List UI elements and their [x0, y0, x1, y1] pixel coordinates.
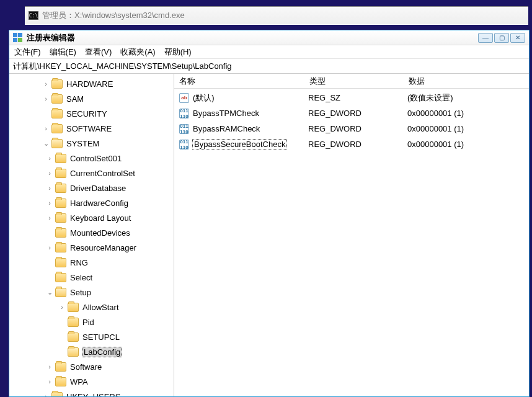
folder-icon — [55, 213, 66, 223]
tree-node-sam[interactable]: ›SAM — [9, 91, 174, 106]
menu-view[interactable]: 查看(V) — [85, 47, 112, 58]
value-row-bypasssecureboot[interactable]: 011110 BypassSecureBootCheck REG_DWORD 0… — [174, 136, 529, 152]
chevron-right-icon[interactable]: › — [45, 243, 54, 252]
folder-icon — [68, 303, 79, 312]
tree-node-security[interactable]: ›SECURITY — [9, 106, 174, 121]
tree-node-currentcontrolset[interactable]: ›CurrentControlSet — [9, 166, 174, 181]
tree-node-keyboardlayout[interactable]: ›Keyboard Layout — [9, 210, 174, 225]
tree-node-allowstart[interactable]: ›AllowStart — [9, 300, 174, 314]
folder-icon — [51, 94, 63, 104]
folder-icon — [55, 377, 66, 386]
reg-dword-icon: 011110 — [179, 109, 189, 118]
svg-rect-0 — [13, 33, 17, 37]
folder-icon — [68, 332, 79, 342]
cmd-icon: C:\ — [29, 11, 38, 20]
address-text: 计算机\HKEY_LOCAL_MACHINE\SYSTEM\Setup\LabC… — [13, 61, 232, 72]
folder-icon — [51, 79, 63, 89]
chevron-right-icon[interactable]: › — [45, 377, 54, 386]
menu-help[interactable]: 帮助(H) — [164, 47, 192, 58]
menu-bar: 文件(F) 编辑(E) 查看(V) 收藏夹(A) 帮助(H) — [9, 45, 529, 59]
folder-icon — [55, 184, 66, 193]
tree-node-select[interactable]: ›Select — [9, 270, 174, 285]
close-button[interactable]: ✕ — [510, 33, 525, 43]
menu-favorites[interactable]: 收藏夹(A) — [120, 47, 155, 58]
tree-node-setupcl[interactable]: ›SETUPCL — [9, 329, 174, 344]
value-row-bypasstpm[interactable]: 011110 BypassTPMCheck REG_DWORD 0x000000… — [174, 105, 529, 121]
column-data[interactable]: 数据 — [404, 74, 529, 88]
chevron-right-icon[interactable]: › — [42, 124, 50, 133]
folder-icon — [68, 318, 79, 327]
address-bar[interactable]: 计算机\HKEY_LOCAL_MACHINE\SYSTEM\Setup\LabC… — [9, 59, 529, 74]
tree-node-hkey-users[interactable]: ›HKEY_USERS — [9, 389, 174, 396]
folder-icon — [51, 392, 63, 397]
tree-node-pid[interactable]: ›Pid — [9, 314, 174, 329]
svg-rect-3 — [18, 38, 22, 42]
tree-node-driverdatabase[interactable]: ›DriverDatabase — [9, 181, 174, 195]
folder-icon — [55, 198, 66, 208]
chevron-right-icon[interactable]: › — [42, 392, 50, 396]
tree-node-software-sub[interactable]: ›Software — [9, 359, 174, 374]
tree-node-labconfig[interactable]: ›LabConfig — [9, 344, 174, 359]
chevron-right-icon[interactable]: › — [45, 362, 54, 371]
menu-edit[interactable]: 编辑(E) — [50, 47, 76, 58]
chevron-right-icon[interactable]: › — [58, 303, 66, 311]
menu-file[interactable]: 文件(F) — [14, 47, 41, 58]
reg-dword-icon: 011110 — [179, 124, 189, 134]
regedit-title: 注册表编辑器 — [27, 32, 474, 43]
column-type[interactable]: 类型 — [304, 74, 404, 88]
regedit-window: 注册表编辑器 — ▢ ✕ 文件(F) 编辑(E) 查看(V) 收藏夹(A) 帮助… — [9, 30, 530, 397]
folder-icon — [55, 169, 66, 178]
chevron-right-icon[interactable]: › — [42, 79, 50, 88]
chevron-right-icon[interactable]: › — [45, 169, 54, 177]
tree-node-software[interactable]: ›SOFTWARE — [9, 121, 174, 136]
chevron-right-icon[interactable]: › — [42, 94, 50, 103]
tree-node-controlset001[interactable]: ›ControlSet001 — [9, 151, 174, 166]
tree-node-rng[interactable]: ›RNG — [9, 255, 174, 270]
minimize-button[interactable]: — — [478, 33, 493, 43]
reg-dword-icon: 011110 — [179, 140, 189, 149]
folder-open-icon — [68, 347, 79, 357]
svg-rect-1 — [18, 33, 22, 37]
chevron-right-icon[interactable]: › — [45, 198, 54, 207]
folder-open-icon — [55, 288, 66, 297]
window-buttons: — ▢ ✕ — [478, 33, 525, 43]
folder-open-icon — [51, 139, 63, 148]
folder-icon — [55, 273, 66, 282]
cmd-title-text: 管理员：X:\windows\system32\cmd.exe — [42, 10, 185, 21]
chevron-right-icon[interactable]: › — [45, 154, 54, 163]
value-row-default[interactable]: ab (默认) REG_SZ (数值未设置) — [174, 90, 529, 105]
tree-node-system[interactable]: ⌄SYSTEM — [9, 136, 174, 151]
folder-icon — [51, 109, 63, 118]
regedit-titlebar[interactable]: 注册表编辑器 — ▢ ✕ — [9, 30, 529, 45]
maximize-button[interactable]: ▢ — [494, 33, 509, 43]
chevron-right-icon[interactable]: › — [45, 213, 54, 222]
cmd-titlebar: C:\ 管理员：X:\windows\system32\cmd.exe — [25, 7, 528, 24]
tree-node-setup[interactable]: ⌄Setup — [9, 285, 174, 300]
cmd-window: C:\ 管理员：X:\windows\system32\cmd.exe — [25, 6, 528, 25]
tree-node-hardware[interactable]: ›HARDWARE — [9, 76, 174, 91]
chevron-right-icon[interactable]: › — [45, 184, 54, 192]
svg-rect-2 — [13, 38, 17, 42]
regedit-icon — [13, 33, 23, 43]
folder-icon — [55, 258, 66, 267]
folder-icon — [55, 243, 66, 252]
column-name[interactable]: 名称 — [174, 74, 304, 88]
tree-pane[interactable]: ›HARDWARE ›SAM ›SECURITY ›SOFTWARE ⌄SYST… — [9, 74, 174, 396]
chevron-down-icon[interactable]: ⌄ — [45, 288, 54, 297]
folder-icon — [51, 124, 63, 133]
tree-node-mounteddevices[interactable]: ›MountedDevices — [9, 225, 174, 240]
registry-tree: ›HARDWARE ›SAM ›SECURITY ›SOFTWARE ⌄SYST… — [9, 76, 174, 396]
value-row-bypassram[interactable]: 011110 BypassRAMCheck REG_DWORD 0x000000… — [174, 121, 529, 136]
tree-node-wpa[interactable]: ›WPA — [9, 374, 174, 389]
value-list: ab (默认) REG_SZ (数值未设置) 011110 BypassTPMC… — [174, 89, 529, 396]
folder-icon — [55, 154, 66, 163]
column-headers: 名称 类型 数据 — [174, 74, 529, 89]
folder-icon — [55, 228, 66, 238]
tree-node-resourcemanager[interactable]: ›ResourceManager — [9, 240, 174, 255]
folder-icon — [55, 362, 66, 372]
values-pane[interactable]: 名称 类型 数据 ab (默认) REG_SZ (数值未设置) 011110 B… — [174, 74, 529, 396]
tree-node-hardwareconfig[interactable]: ›HardwareConfig — [9, 195, 174, 210]
chevron-down-icon[interactable]: ⌄ — [42, 139, 50, 148]
reg-sz-icon: ab — [179, 93, 189, 103]
